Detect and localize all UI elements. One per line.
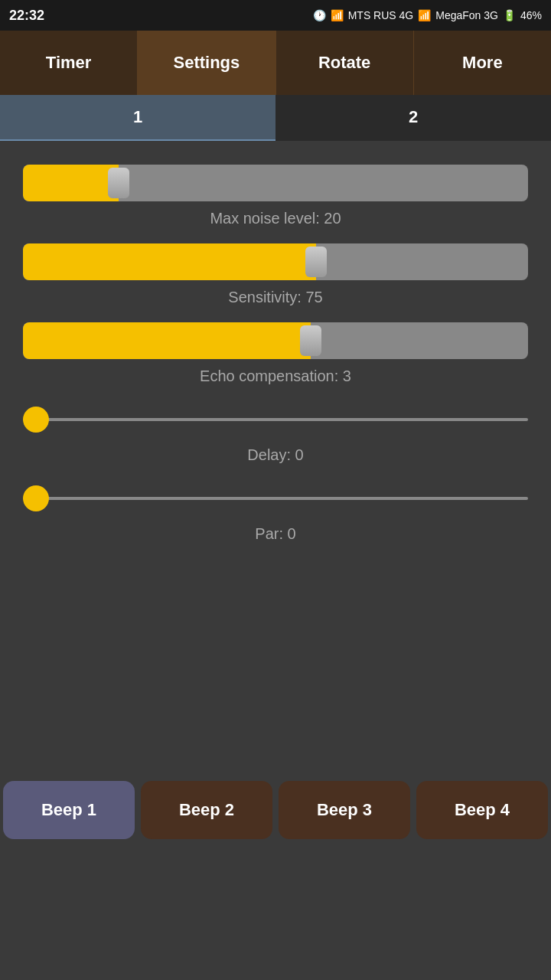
par-section: Par: 0 (23, 479, 528, 543)
sensitivity-section: Sensitivity: 75 (23, 243, 528, 306)
echo-compensation-fill (23, 322, 311, 359)
beep3-button[interactable]: Beep 3 (279, 781, 410, 839)
delay-slider-container[interactable] (23, 400, 528, 439)
echo-compensation-thumb[interactable] (300, 325, 321, 356)
par-label: Par: 0 (23, 525, 528, 543)
par-slider[interactable] (23, 497, 528, 500)
beep2-button[interactable]: Beep 2 (141, 781, 272, 839)
beep4-button[interactable]: Beep 4 (416, 781, 548, 839)
sensitivity-label: Sensitivity: 75 (23, 289, 528, 306)
battery-icon: 🔋 (503, 9, 516, 21)
sub-tab-2[interactable]: 2 (276, 95, 551, 141)
tab-rotate[interactable]: Rotate (276, 31, 414, 95)
delay-section: Delay: 0 (23, 400, 528, 464)
battery-level: 46% (520, 9, 542, 21)
carrier1: MTS RUS 4G (348, 9, 414, 21)
status-bar: 22:32 🕐 📶 MTS RUS 4G 📶 MegaFon 3G 🔋 46% (0, 0, 551, 31)
sensitivity-slider-container[interactable] (23, 243, 528, 281)
max-noise-label: Max noise level: 20 (23, 210, 528, 227)
tab-settings[interactable]: Settings (138, 31, 276, 95)
sensitivity-fill (23, 243, 316, 280)
sensitivity-thumb[interactable] (305, 247, 327, 277)
wifi-icon: 📶 (331, 9, 344, 21)
nav-tabs: Timer Settings Rotate More (0, 31, 551, 95)
max-noise-slider-container[interactable] (23, 164, 528, 202)
alarm-icon: 🕐 (313, 9, 326, 21)
carrier2: MegaFon 3G (435, 9, 498, 21)
max-noise-thumb[interactable] (108, 168, 129, 198)
echo-compensation-track (23, 322, 528, 359)
beep-buttons-container: Beep 1 Beep 2 Beep 3 Beep 4 (0, 778, 551, 842)
sub-tab-1[interactable]: 1 (0, 95, 276, 141)
settings-content: Max noise level: 20 Sensitivity: 75 Echo… (0, 141, 551, 573)
sub-tabs: 1 2 (0, 95, 551, 141)
sensitivity-track (23, 243, 528, 280)
beep1-button[interactable]: Beep 1 (3, 781, 135, 839)
echo-compensation-label: Echo compensation: 3 (23, 368, 528, 385)
tab-timer[interactable]: Timer (0, 31, 138, 95)
max-noise-track (23, 165, 528, 201)
time: 22:32 (9, 8, 44, 24)
max-noise-section: Max noise level: 20 (23, 164, 528, 227)
tab-more[interactable]: More (414, 31, 551, 95)
echo-compensation-section: Echo compensation: 3 (23, 322, 528, 385)
echo-compensation-slider-container[interactable] (23, 322, 528, 360)
signal-icon: 📶 (418, 9, 431, 21)
par-slider-container[interactable] (23, 479, 528, 518)
delay-label: Delay: 0 (23, 446, 528, 464)
delay-slider[interactable] (23, 418, 528, 421)
max-noise-fill (23, 165, 119, 201)
